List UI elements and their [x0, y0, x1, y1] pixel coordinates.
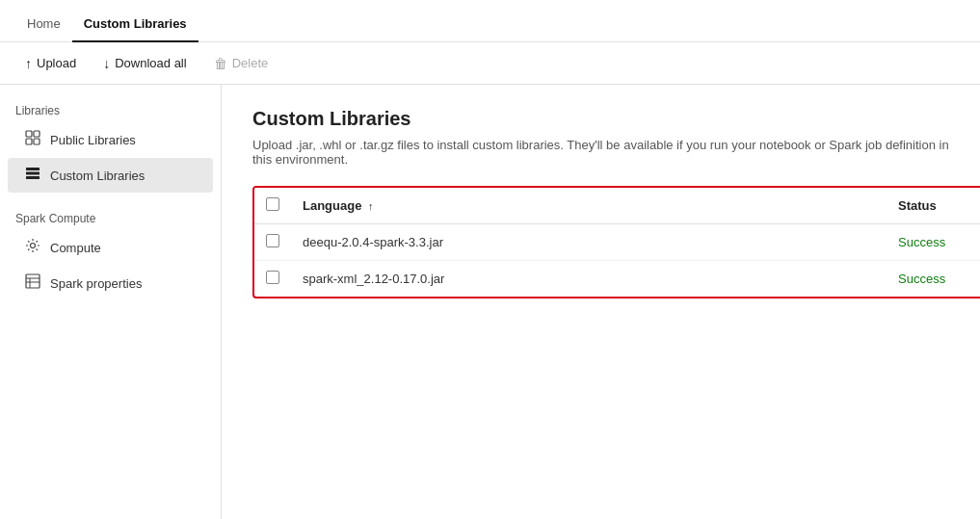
page-description: Upload .jar, .whl or .tar.gz files to in… — [252, 138, 949, 167]
header-language[interactable]: Language ↑ — [291, 188, 887, 224]
table-row: spark-xml_2.12-0.17.0.jar Success — [254, 261, 980, 298]
svg-rect-4 — [26, 168, 40, 170]
upload-icon: ↑ — [25, 56, 32, 71]
toolbar: ↑ Upload ↓ Download all 🗑 Delete — [0, 42, 980, 85]
upload-label: Upload — [37, 56, 76, 70]
sidebar: Libraries Public Libraries Cus — [0, 85, 222, 519]
svg-rect-5 — [26, 172, 40, 175]
sidebar-item-public-libraries-label: Public Libraries — [50, 133, 136, 147]
page-title: Custom Libraries — [252, 108, 949, 130]
nav-item-home[interactable]: Home — [15, 7, 72, 42]
sidebar-item-compute[interactable]: Compute — [8, 230, 213, 265]
delete-icon: 🗑 — [214, 56, 227, 71]
table-header-row: Language ↑ Status — [254, 188, 980, 224]
libraries-table-container: Language ↑ Status deequ-2.0.4-spark-3.3. — [252, 186, 980, 298]
main-content: Custom Libraries Upload .jar, .whl or .t… — [222, 85, 980, 519]
nav-item-custom-libraries[interactable]: Custom Libraries — [72, 7, 199, 42]
svg-rect-6 — [26, 176, 40, 179]
row1-language: deequ-2.0.4-spark-3.3.jar — [291, 224, 887, 261]
gear-icon — [23, 238, 42, 257]
sidebar-item-compute-label: Compute — [50, 241, 101, 255]
status-column-label: Status — [898, 198, 937, 213]
table-icon — [23, 273, 42, 293]
svg-rect-1 — [34, 131, 40, 137]
main-layout: Libraries Public Libraries Cus — [0, 85, 980, 519]
row2-checkbox[interactable] — [266, 271, 279, 284]
row1-checkbox[interactable] — [266, 234, 279, 247]
sidebar-item-spark-properties-label: Spark properties — [50, 276, 142, 291]
row1-checkbox-cell — [254, 224, 291, 261]
sidebar-item-spark-properties[interactable]: Spark properties — [8, 266, 213, 300]
row1-status: Success — [887, 224, 980, 261]
delete-button[interactable]: 🗑 Delete — [204, 51, 278, 76]
svg-rect-2 — [26, 139, 32, 144]
row2-language: spark-xml_2.12-0.17.0.jar — [291, 261, 887, 298]
download-all-button[interactable]: ↓ Download all — [93, 51, 196, 76]
header-checkbox[interactable] — [266, 197, 279, 211]
spark-section-label: Spark Compute — [0, 204, 221, 229]
libraries-table: Language ↑ Status deequ-2.0.4-spark-3.3. — [254, 188, 980, 297]
language-column-label: Language — [303, 198, 361, 213]
sidebar-item-custom-libraries-label: Custom Libraries — [50, 169, 145, 183]
sidebar-item-public-libraries[interactable]: Public Libraries — [8, 122, 213, 157]
svg-rect-3 — [34, 139, 40, 144]
row2-checkbox-cell — [254, 261, 291, 298]
download-all-label: Download all — [115, 56, 186, 70]
table-row: deequ-2.0.4-spark-3.3.jar Success — [254, 224, 980, 261]
header-status: Status — [887, 188, 980, 224]
svg-point-7 — [31, 244, 36, 248]
svg-rect-0 — [26, 131, 32, 137]
upload-button[interactable]: ↑ Upload — [15, 51, 86, 76]
list-icon — [23, 166, 42, 185]
libraries-section-label: Libraries — [0, 96, 221, 121]
download-icon: ↓ — [103, 56, 110, 71]
delete-label: Delete — [232, 56, 269, 70]
row2-status: Success — [887, 261, 980, 298]
grid-icon — [23, 130, 42, 149]
top-nav: Home Custom Libraries — [0, 0, 980, 42]
sidebar-item-custom-libraries[interactable]: Custom Libraries — [8, 158, 213, 193]
svg-rect-8 — [26, 274, 40, 288]
sort-icon: ↑ — [368, 200, 374, 212]
header-checkbox-col — [254, 188, 291, 224]
